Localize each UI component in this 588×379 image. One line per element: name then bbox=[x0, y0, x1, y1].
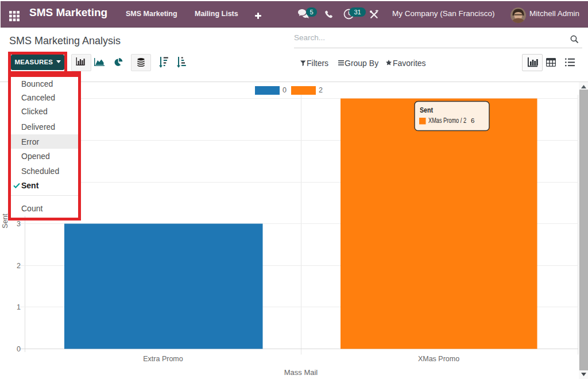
svg-text:6: 6 bbox=[471, 117, 474, 124]
svg-text:1: 1 bbox=[17, 303, 21, 311]
svg-text:2: 2 bbox=[319, 86, 323, 94]
svg-text:3: 3 bbox=[17, 220, 21, 228]
svg-text:XMas Promo / 2: XMas Promo / 2 bbox=[428, 117, 466, 125]
svg-text:2: 2 bbox=[17, 262, 21, 270]
svg-text:XMas Promo: XMas Promo bbox=[418, 355, 459, 363]
svg-text:Mass Mail: Mass Mail bbox=[284, 368, 318, 377]
svg-text:0: 0 bbox=[283, 86, 287, 94]
svg-text:Sent: Sent bbox=[420, 106, 434, 114]
svg-text:Extra Promo: Extra Promo bbox=[143, 355, 183, 363]
svg-text:0: 0 bbox=[17, 345, 21, 353]
